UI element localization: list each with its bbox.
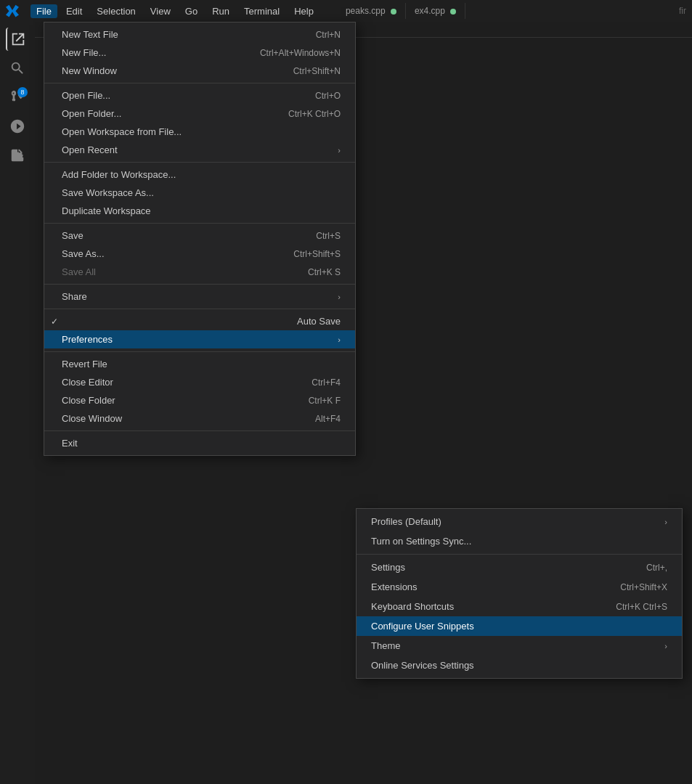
menu-new-text-file[interactable]: New Text File Ctrl+N — [44, 25, 355, 44]
menu-open-file[interactable]: Open File... Ctrl+O — [44, 86, 355, 105]
menu-selection[interactable]: Selection — [91, 4, 141, 18]
extensions-icon[interactable] — [6, 144, 29, 167]
prefs-theme[interactable]: Theme › — [357, 636, 682, 656]
menu-item-label: Open Recent — [62, 144, 118, 155]
menu-shortcut: Ctrl+S — [316, 231, 341, 241]
source-control-icon[interactable]: 8 — [6, 86, 29, 109]
menu-preferences[interactable]: Preferences › — [44, 330, 355, 348]
menu-item-label: Close Window — [62, 413, 122, 424]
menu-item-label: New Window — [62, 65, 117, 76]
prefs-item-label: Online Services Settings — [371, 660, 474, 671]
prefs-settings[interactable]: Settings Ctrl+, — [357, 558, 682, 577]
prefs-divider — [357, 554, 682, 555]
menu-exit[interactable]: Exit — [44, 434, 355, 452]
menu-section-close: Revert File Close Editor Ctrl+F4 Close F… — [44, 352, 355, 431]
prefs-configure-snippets[interactable]: Configure User Snippets — [357, 616, 682, 636]
search-icon[interactable] — [6, 57, 29, 80]
menu-save-workspace-as[interactable]: Save Workspace As... — [44, 184, 355, 202]
prefs-profiles[interactable]: Profiles (Default) › — [357, 512, 682, 531]
menu-shortcut: Ctrl+K F — [309, 396, 341, 406]
menu-item-label: Add Folder to Workspace... — [62, 169, 176, 180]
menu-close-folder[interactable]: Close Folder Ctrl+K F — [44, 391, 355, 409]
menu-edit[interactable]: Edit — [60, 4, 88, 18]
prefs-shortcut: Ctrl+, — [646, 563, 667, 573]
menu-item-label: Duplicate Workspace — [62, 205, 151, 216]
prefs-item-label: Turn on Settings Sync... — [371, 536, 471, 547]
menu-shortcut: Alt+F4 — [315, 414, 341, 424]
menu-section-workspace: Add Folder to Workspace... Save Workspac… — [44, 163, 355, 224]
menu-revert-file[interactable]: Revert File — [44, 355, 355, 373]
menu-item-label: New File... — [62, 47, 106, 58]
menu-shortcut: Ctrl+K Ctrl+O — [288, 109, 341, 119]
menu-item-label: New Text File — [62, 29, 118, 40]
menu-add-folder[interactable]: Add Folder to Workspace... — [44, 166, 355, 184]
menu-item-label: Open File... — [62, 90, 110, 101]
menu-item-label: Close Folder — [62, 395, 115, 406]
vscode-logo — [6, 4, 19, 17]
menu-item-label: Close Editor — [62, 377, 113, 388]
source-control-badge: 8 — [17, 87, 28, 97]
menu-save[interactable]: Save Ctrl+S — [44, 226, 355, 245]
prefs-keyboard-shortcuts[interactable]: Keyboard Shortcuts Ctrl+K Ctrl+S — [357, 597, 682, 616]
menu-terminal[interactable]: Terminal — [238, 4, 285, 18]
menu-save-as[interactable]: Save As... Ctrl+Shift+S — [44, 245, 355, 263]
prefs-online-services[interactable]: Online Services Settings — [357, 656, 682, 675]
preferences-submenu: Profiles (Default) › Turn on Settings Sy… — [356, 508, 683, 679]
menu-open-folder[interactable]: Open Folder... Ctrl+K Ctrl+O — [44, 105, 355, 123]
menu-run[interactable]: Run — [206, 4, 235, 18]
menu-shortcut: Ctrl+F4 — [312, 377, 341, 388]
tab-status-untracked — [450, 9, 456, 15]
menu-shortcut: Ctrl+N — [316, 30, 341, 40]
menu-item-label: Open Workspace from File... — [62, 126, 182, 137]
menu-bar: File Edit Selection View Go Run Terminal… — [30, 4, 319, 18]
menu-shortcut: Ctrl+O — [315, 91, 341, 101]
window-title-suffix: fir — [679, 6, 686, 16]
menu-auto-save[interactable]: ✓ Auto Save — [44, 312, 355, 330]
menu-open-workspace[interactable]: Open Workspace from File... — [44, 123, 355, 141]
submenu-arrow-icon: › — [338, 146, 341, 155]
submenu-arrow-icon: › — [338, 335, 341, 344]
menu-duplicate-workspace[interactable]: Duplicate Workspace — [44, 202, 355, 220]
menu-item-label: Preferences — [62, 334, 113, 345]
menu-file[interactable]: File — [30, 4, 57, 18]
menu-item-label: Save All — [62, 266, 96, 277]
menu-share[interactable]: Share › — [44, 287, 355, 306]
menu-help[interactable]: Help — [288, 4, 319, 18]
prefs-item-label: Keyboard Shortcuts — [371, 601, 454, 612]
tab-label: ex4.cpp — [415, 6, 445, 16]
prefs-shortcut: Ctrl+Shift+X — [620, 582, 667, 592]
menu-new-file[interactable]: New File... Ctrl+Alt+Windows+N — [44, 44, 355, 62]
menu-section-new: New Text File Ctrl+N New File... Ctrl+Al… — [44, 23, 355, 83]
tab-ex4-cpp[interactable]: ex4.cpp — [406, 3, 465, 19]
editor-tabs: peaks.cpp ex4.cpp — [337, 3, 465, 19]
prefs-item-label: Profiles (Default) — [371, 516, 441, 527]
menu-view[interactable]: View — [144, 4, 176, 18]
menu-item-label: Share — [62, 291, 87, 302]
prefs-item-label: Settings — [371, 562, 405, 573]
menu-new-window[interactable]: New Window Ctrl+Shift+N — [44, 62, 355, 80]
run-debug-icon[interactable] — [6, 115, 29, 138]
menu-shortcut: Ctrl+Shift+N — [293, 66, 341, 76]
activity-bar: 8 — [0, 22, 35, 784]
explorer-icon[interactable] — [6, 28, 29, 51]
menu-item-label: Save Workspace As... — [62, 187, 154, 198]
prefs-settings-sync[interactable]: Turn on Settings Sync... — [357, 531, 682, 551]
menu-open-recent[interactable]: Open Recent › — [44, 141, 355, 159]
submenu-arrow-icon: › — [664, 642, 667, 650]
menu-close-window[interactable]: Close Window Alt+F4 — [44, 409, 355, 428]
tab-peaks-cpp[interactable]: peaks.cpp — [337, 3, 406, 19]
titlebar: File Edit Selection View Go Run Terminal… — [0, 0, 692, 22]
menu-close-editor[interactable]: Close Editor Ctrl+F4 — [44, 373, 355, 391]
menu-shortcut: Ctrl+K S — [308, 267, 341, 277]
menu-section-autosave: ✓ Auto Save Preferences › — [44, 309, 355, 352]
prefs-item-label: Extensions — [371, 581, 418, 592]
menu-section-exit: Exit — [44, 431, 355, 455]
submenu-arrow-icon: › — [664, 518, 667, 526]
menu-go[interactable]: Go — [179, 4, 203, 18]
menu-item-label: Exit — [62, 438, 78, 449]
menu-item-label: Save — [62, 230, 84, 241]
prefs-extensions[interactable]: Extensions Ctrl+Shift+X — [357, 577, 682, 597]
menu-section-share: Share › — [44, 285, 355, 309]
menu-shortcut: Ctrl+Shift+S — [293, 249, 341, 259]
prefs-shortcut: Ctrl+K Ctrl+S — [616, 602, 667, 612]
